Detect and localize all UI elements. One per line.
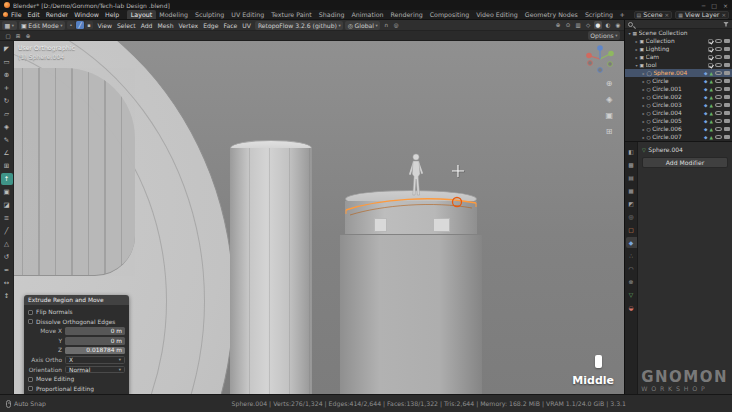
tab-constraints[interactable]: ⊗ xyxy=(626,276,637,287)
disable-render-icon[interactable] xyxy=(724,135,730,139)
navigation-gizmo[interactable] xyxy=(584,43,616,79)
hide-eye-icon[interactable] xyxy=(715,63,722,68)
expander-icon[interactable]: ▸ xyxy=(641,127,646,132)
transform-orientation-dropdown[interactable]: ◎ Global ▾ xyxy=(345,21,380,30)
tab-object[interactable]: ▢ xyxy=(626,224,637,235)
outliner-row-cam[interactable]: ▸ ▣ Cam ◆ ▲ xyxy=(625,53,732,61)
hide-eye-icon[interactable] xyxy=(715,79,722,84)
menu-file[interactable]: File xyxy=(8,11,25,18)
hide-eye-icon[interactable] xyxy=(715,135,722,140)
zoom-icon[interactable]: ⊕ xyxy=(606,79,613,88)
transform-tool[interactable]: ◈ xyxy=(1,121,13,133)
hide-eye-icon[interactable] xyxy=(715,39,722,44)
minimize-button[interactable]: ─ xyxy=(702,2,706,9)
outliner-row-circle-005[interactable]: ▸ ○ Circle.005 ◆ ▲ xyxy=(625,117,732,125)
hide-eye-icon[interactable] xyxy=(715,127,722,132)
cursor-tool[interactable]: ⊕ xyxy=(1,69,13,81)
tab-scene[interactable]: ◩ xyxy=(626,198,637,209)
workspace-tab-shading[interactable]: Shading xyxy=(315,10,348,19)
tab-particles[interactable]: ∴ xyxy=(626,250,637,261)
outliner-row-lighting[interactable]: ▸ ▣ Lighting ◆ ▲ xyxy=(625,45,732,53)
scene-selector[interactable]: ▤ Scene × xyxy=(634,11,673,19)
disable-render-icon[interactable] xyxy=(724,39,730,43)
viewport-menu-mesh[interactable]: Mesh xyxy=(155,22,176,29)
move-editing-checkbox[interactable] xyxy=(28,377,33,382)
move-tool[interactable]: + xyxy=(1,82,13,94)
filter-icon[interactable] xyxy=(723,22,729,27)
tab-output[interactable]: ▤ xyxy=(626,172,637,183)
measure-tool[interactable]: ∠ xyxy=(1,147,13,159)
expander-icon[interactable]: ▸ xyxy=(641,135,646,140)
dissolve-checkbox[interactable] xyxy=(28,319,33,324)
hide-eye-icon[interactable] xyxy=(715,47,722,52)
menu-window[interactable]: Window xyxy=(71,11,102,18)
add-workspace-button[interactable]: + xyxy=(616,11,627,18)
tab-modifiers[interactable]: ◆ xyxy=(626,237,637,248)
expander-icon[interactable]: ▸ xyxy=(634,47,639,52)
overlays-icon[interactable]: ⊙ xyxy=(564,21,572,29)
disable-render-icon[interactable] xyxy=(724,63,730,67)
rotate-tool[interactable]: ↻ xyxy=(1,95,13,107)
move-y-field[interactable]: 0 m xyxy=(65,337,125,345)
menu-help[interactable]: Help xyxy=(102,11,122,18)
retopoflow-dropdown[interactable]: RetopoFlow 3.2.6 (github) ▾ xyxy=(255,21,343,30)
hide-eye-icon[interactable] xyxy=(715,119,722,124)
show-gizmo-icon[interactable]: ⊕ xyxy=(554,21,562,29)
hide-eye-icon[interactable] xyxy=(715,111,722,116)
move-x-field[interactable]: 0 m xyxy=(65,327,125,335)
workspace-tab-scripting[interactable]: Scripting xyxy=(581,10,616,19)
view-layer-remove-icon[interactable]: × xyxy=(721,12,726,18)
add-modifier-button[interactable]: Add Modifier xyxy=(642,157,728,168)
add-cube-tool[interactable]: ⊞ xyxy=(1,160,13,172)
face-select-mode[interactable]: ▪ xyxy=(85,21,93,29)
expander-icon[interactable]: ▸ xyxy=(634,55,639,60)
rendered-shading-icon[interactable]: ◉ xyxy=(614,21,622,29)
workspace-tab-rendering[interactable]: Rendering xyxy=(387,10,426,19)
loop-cut-tool[interactable]: ≡ xyxy=(1,212,13,224)
disable-render-icon[interactable] xyxy=(724,111,730,115)
move-z-field[interactable]: 0.018784 m xyxy=(65,347,125,355)
outliner-row-circle-007[interactable]: ▸ ○ Circle.007 ◆ ▲ xyxy=(625,133,732,141)
mode-dropdown[interactable]: ▣ Edit Mode ▾ xyxy=(19,21,65,30)
hide-eye-icon[interactable] xyxy=(715,95,722,100)
exclude-checkbox[interactable] xyxy=(708,39,713,44)
view-layer-selector[interactable]: ▦ View Layer × xyxy=(675,11,729,19)
poly-build-tool[interactable]: △ xyxy=(1,238,13,250)
workspace-tab-uv-editing[interactable]: UV Editing xyxy=(228,10,268,19)
expander-icon[interactable]: ▸ xyxy=(641,111,646,116)
options-dropdown[interactable]: Options ▾ xyxy=(588,31,620,40)
exclude-checkbox[interactable] xyxy=(708,55,713,60)
workspace-tab-layout[interactable]: Layout xyxy=(127,10,155,19)
wireframe-shading-icon[interactable]: ◇ xyxy=(584,21,592,29)
editor-type-button[interactable]: ▦ ▾ xyxy=(2,21,17,30)
disable-render-icon[interactable] xyxy=(724,47,730,51)
tab-render[interactable]: ▩ xyxy=(626,159,637,170)
outliner-row-circle-004[interactable]: ▸ ○ Circle.004 ◆ ▲ xyxy=(625,109,732,117)
maximize-button[interactable]: □ xyxy=(711,2,717,9)
viewport-menu-uv[interactable]: UV xyxy=(240,22,254,29)
bevel-tool[interactable]: ◪ xyxy=(1,199,13,211)
disable-render-icon[interactable] xyxy=(724,119,730,123)
pan-icon[interactable]: ◈ xyxy=(606,95,612,104)
material-shading-icon[interactable]: ◐ xyxy=(604,21,612,29)
workspace-tab-compositing[interactable]: Compositing xyxy=(426,10,472,19)
outliner-row-tool[interactable]: ▾ ▣ tool ◆ ▲ xyxy=(625,61,732,69)
expander-icon[interactable]: ▸ xyxy=(641,71,646,76)
edge-select-mode[interactable]: ╱ xyxy=(76,21,84,29)
expander-icon[interactable]: ▸ xyxy=(641,119,646,124)
proportional-editing-checkbox[interactable] xyxy=(28,386,33,391)
edge-slide-tool[interactable]: ↔ xyxy=(1,277,13,289)
hide-eye-icon[interactable] xyxy=(715,71,722,76)
active-tool-icon[interactable]: ▢ xyxy=(4,32,12,40)
outliner-row-circle-003[interactable]: ▸ ○ Circle.003 ◆ ▲ xyxy=(625,101,732,109)
shrink-fatten-tool[interactable]: ↕ xyxy=(1,290,13,302)
tab-world[interactable]: ◎ xyxy=(626,211,637,222)
hide-eye-icon[interactable] xyxy=(715,103,722,108)
disable-render-icon[interactable] xyxy=(724,79,730,83)
outliner-row-scene-collection[interactable]: ▾ ▦ Scene Collection ◆ ▲ xyxy=(625,29,732,37)
search-icon[interactable] xyxy=(628,22,633,27)
workspace-tab-geometry-nodes[interactable]: Geometry Nodes xyxy=(521,10,581,19)
viewport-menu-face[interactable]: Face xyxy=(221,22,240,29)
orientation-dropdown[interactable]: Normal ▾ xyxy=(65,366,125,374)
close-button[interactable]: × xyxy=(723,2,728,9)
